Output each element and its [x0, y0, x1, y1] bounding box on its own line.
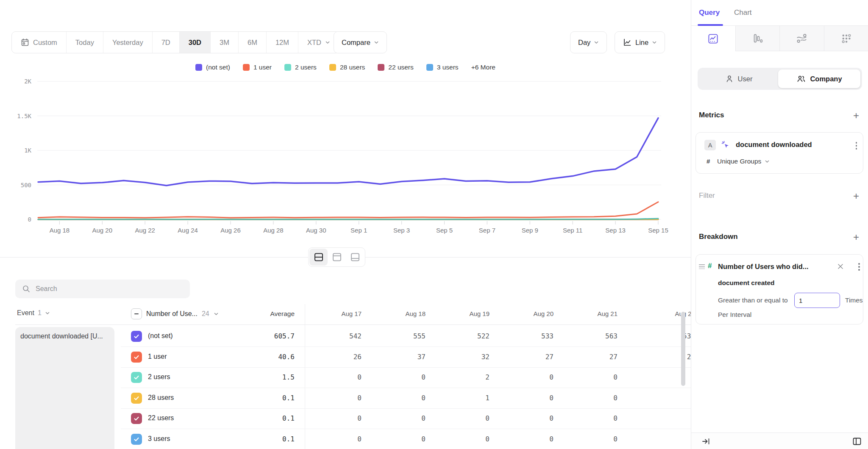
- compare-button[interactable]: Compare: [334, 31, 387, 53]
- range-30d-button[interactable]: 30D: [179, 32, 210, 53]
- sidebar-layout-icon[interactable]: [852, 436, 862, 446]
- kebab-menu-icon[interactable]: [856, 142, 857, 150]
- chevron-down-icon: [594, 40, 599, 45]
- event-name-cell[interactable]: document downloaded [U...: [15, 327, 114, 449]
- series-checkbox[interactable]: [131, 393, 142, 404]
- check-icon: [134, 333, 139, 339]
- select-all-checkbox[interactable]: [131, 308, 142, 319]
- company-toggle-option[interactable]: Company: [778, 69, 860, 88]
- metric-card[interactable]: A document downloaded # Unique Groups: [696, 132, 863, 174]
- table-row[interactable]: 2 users 1.5 0 0 2 0 0 0: [121, 367, 691, 388]
- legend-item[interactable]: 22 users: [378, 64, 413, 71]
- measure-dropdown[interactable]: Unique Groups: [717, 158, 770, 165]
- cell-value: 1: [434, 394, 490, 402]
- svg-text:Aug 30: Aug 30: [306, 227, 326, 234]
- check-icon: [134, 436, 139, 442]
- panel-tabs: Query Chart: [691, 0, 868, 26]
- kebab-menu-icon[interactable]: [858, 263, 860, 271]
- date-column-header: Aug 21: [562, 310, 618, 317]
- filter-header: Filter: [699, 191, 715, 200]
- series-label: 2 users: [148, 373, 170, 381]
- top-pane-icon: [332, 252, 342, 262]
- average-value: 0.1: [231, 394, 295, 402]
- chevron-down-icon[interactable]: [214, 311, 219, 316]
- tab-flow-chart[interactable]: [780, 26, 824, 51]
- legend-item[interactable]: 2 users: [284, 64, 317, 71]
- table-row[interactable]: 1 user 40.6 26 37 32 27 27 25: [121, 347, 691, 368]
- table-row[interactable]: 22 users 0.1 0 0 0 0 0 0: [121, 408, 691, 429]
- cell-value: 26: [306, 353, 362, 361]
- cell-value: 0: [640, 435, 691, 443]
- legend-swatch: [195, 64, 202, 71]
- tab-chart[interactable]: Chart: [734, 8, 752, 17]
- series-checkbox[interactable]: [131, 413, 142, 424]
- interval-dropdown[interactable]: Day: [570, 31, 607, 53]
- layout-chart-only-button[interactable]: [328, 249, 346, 266]
- legend-item[interactable]: 28 users: [329, 64, 365, 71]
- series-checkbox[interactable]: [131, 331, 142, 342]
- breakdown-title[interactable]: Number of Users who did...: [718, 263, 809, 271]
- table-row[interactable]: 28 users 0.1 0 0 1 0 0 0: [121, 388, 691, 409]
- drag-handle-icon[interactable]: [699, 263, 705, 270]
- layout-table-only-button[interactable]: [346, 249, 364, 266]
- event-column-header[interactable]: Event 1: [17, 309, 50, 317]
- people-icon: [796, 75, 806, 83]
- tab-more-charts[interactable]: [824, 26, 868, 51]
- event-count: 1: [38, 309, 42, 317]
- search-input[interactable]: [36, 285, 190, 293]
- collapse-panel-icon[interactable]: [701, 437, 711, 446]
- svg-text:Sep 1: Sep 1: [351, 227, 367, 234]
- legend-item[interactable]: 3 users: [426, 64, 459, 71]
- metric-event-name[interactable]: document downloaded: [736, 141, 812, 149]
- range-3m-button[interactable]: 3M: [210, 32, 238, 53]
- series-header-label[interactable]: Number of Use...: [146, 310, 198, 318]
- add-filter-button[interactable]: +: [851, 191, 861, 202]
- metric-letter-badge: A: [704, 140, 716, 150]
- cell-value: 0: [498, 414, 554, 422]
- svg-text:Aug 22: Aug 22: [135, 227, 155, 234]
- times-input[interactable]: [794, 293, 840, 308]
- date-column-header: Aug 19: [434, 310, 490, 317]
- tab-bar-chart[interactable]: [736, 26, 780, 51]
- close-icon[interactable]: [837, 263, 844, 270]
- series-label: 22 users: [148, 414, 174, 422]
- chart-type-dropdown[interactable]: Line: [615, 31, 665, 53]
- svg-text:Sep 13: Sep 13: [605, 227, 626, 234]
- table-row[interactable]: (not set) 605.7 542 555 522 533 563 533: [121, 326, 691, 347]
- legend-item[interactable]: 1 user: [243, 64, 272, 71]
- legend-more-link[interactable]: +6 More: [471, 64, 495, 71]
- cell-value: 0: [498, 373, 554, 381]
- tab-query[interactable]: Query: [699, 8, 720, 17]
- table-row[interactable]: 3 users 0.1 0 0 0 0 0 0: [121, 429, 691, 449]
- line-chart-plot[interactable]: 05001K1.5K2KAug 18Aug 20Aug 22Aug 24Aug …: [0, 72, 691, 246]
- check-icon: [134, 354, 139, 360]
- add-metric-button[interactable]: +: [851, 111, 861, 121]
- cell-value: 555: [370, 332, 426, 340]
- series-checkbox[interactable]: [131, 352, 142, 363]
- series-checkbox[interactable]: [131, 434, 142, 445]
- table-scrollbar[interactable]: [681, 312, 685, 386]
- range-6m-button[interactable]: 6M: [238, 32, 266, 53]
- search-icon: [22, 285, 31, 293]
- cell-value: 0: [562, 435, 618, 443]
- breakdown-event-name[interactable]: document created: [718, 279, 775, 287]
- range-12m-button[interactable]: 12M: [266, 32, 298, 53]
- cell-value: 27: [498, 353, 554, 361]
- range-label: Custom: [33, 39, 57, 47]
- flow-icon: [796, 33, 807, 44]
- layout-split-button[interactable]: [309, 249, 328, 266]
- user-toggle-option[interactable]: User: [698, 68, 780, 90]
- legend-item[interactable]: (not set): [195, 64, 230, 71]
- add-breakdown-button[interactable]: +: [851, 233, 861, 243]
- series-checkbox[interactable]: [131, 372, 142, 383]
- tab-line-chart[interactable]: [691, 26, 736, 51]
- svg-text:2K: 2K: [24, 78, 31, 85]
- range-yesterday-button[interactable]: Yesterday: [103, 32, 152, 53]
- range-today-button[interactable]: Today: [66, 32, 103, 53]
- cell-value: 0: [370, 435, 426, 443]
- breakdown-card[interactable]: # Number of Users who did... document cr…: [696, 254, 863, 324]
- range-7d-button[interactable]: 7D: [152, 32, 179, 53]
- cell-value: 0: [498, 435, 554, 443]
- range-custom-button[interactable]: Custom: [12, 32, 66, 53]
- range-xtd-button[interactable]: XTD: [298, 32, 339, 53]
